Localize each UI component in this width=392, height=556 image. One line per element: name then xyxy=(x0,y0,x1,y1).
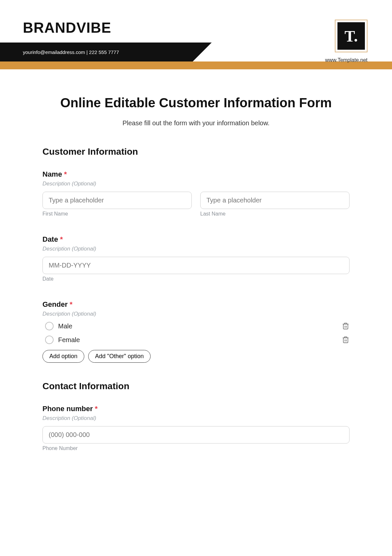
gender-add-buttons: Add option Add "Other" option xyxy=(42,350,350,363)
add-option-button[interactable]: Add option xyxy=(42,350,84,363)
field-phone: Phone number * Description (Optional) Ph… xyxy=(42,405,350,451)
field-name: Name * Description (Optional) First Name… xyxy=(42,170,350,217)
required-asterisk: * xyxy=(64,170,67,178)
phone-description[interactable]: Description (Optional) xyxy=(42,415,350,422)
required-asterisk: * xyxy=(95,405,98,413)
phone-input[interactable] xyxy=(42,426,350,443)
last-name-sublabel: Last Name xyxy=(200,211,350,217)
section-contact-heading: Contact Information xyxy=(42,381,350,391)
radio-icon xyxy=(45,322,54,330)
logo: T. xyxy=(335,20,368,52)
decorative-stripes xyxy=(193,43,242,61)
phone-label-text: Phone number xyxy=(42,405,93,413)
section-customer-heading: Customer Information xyxy=(42,147,350,157)
gender-option-male[interactable]: Male xyxy=(42,322,72,330)
gender-label: Gender * xyxy=(42,300,350,309)
last-name-input[interactable] xyxy=(200,192,350,209)
phone-sublabel: Phone Number xyxy=(42,445,350,451)
contact-line: yourinfo@emailaddress.com | 222 555 7777 xyxy=(23,49,119,55)
form-title: Online Editable Customer Information For… xyxy=(42,96,350,110)
name-label-text: Name xyxy=(42,170,62,178)
required-asterisk: * xyxy=(60,235,63,243)
first-name-input[interactable] xyxy=(42,192,192,209)
form-subtitle: Please fill out the form with your infor… xyxy=(42,119,350,127)
gender-option-row: Male xyxy=(42,322,350,330)
field-date: Date * Description (Optional) Date xyxy=(42,235,350,282)
date-label: Date * xyxy=(42,235,350,244)
form-container: Online Editable Customer Information For… xyxy=(0,69,392,464)
gender-option-female[interactable]: Female xyxy=(42,336,80,344)
required-asterisk: * xyxy=(70,300,73,308)
gender-option-label: Female xyxy=(58,336,80,344)
logo-url: www.Template.net xyxy=(325,57,368,63)
radio-icon xyxy=(45,336,54,344)
page-header: BRANDVIBE T. www.Template.net yourinfo@e… xyxy=(0,0,392,69)
trash-icon[interactable] xyxy=(342,322,350,330)
date-description[interactable]: Description (Optional) xyxy=(42,246,350,252)
svg-rect-1 xyxy=(343,338,348,343)
gender-label-text: Gender xyxy=(42,300,68,308)
name-label: Name * xyxy=(42,170,350,179)
gender-option-label: Male xyxy=(58,322,72,330)
date-input[interactable] xyxy=(42,257,350,274)
svg-rect-0 xyxy=(343,324,348,329)
phone-label: Phone number * xyxy=(42,405,350,413)
logo-text: T. xyxy=(337,22,365,50)
gender-option-row: Female xyxy=(42,336,350,344)
add-other-option-button[interactable]: Add "Other" option xyxy=(88,350,151,363)
first-name-sublabel: First Name xyxy=(42,211,192,217)
gender-description[interactable]: Description (Optional) xyxy=(42,311,350,317)
date-sublabel: Date xyxy=(42,276,350,282)
contact-bar: yourinfo@emailaddress.com | 222 555 7777 xyxy=(0,43,193,61)
trash-icon[interactable] xyxy=(342,336,350,344)
field-gender: Gender * Description (Optional) Male Fem… xyxy=(42,300,350,363)
name-description[interactable]: Description (Optional) xyxy=(42,181,350,187)
date-label-text: Date xyxy=(42,235,58,243)
brand-name: BRANDVIBE xyxy=(0,0,392,43)
